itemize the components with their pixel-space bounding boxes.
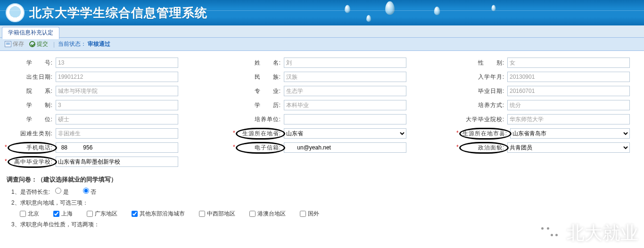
survey-section: 调查问卷：（建议选择就业的同学填写） 1、是否特长生: 是 否 2、求职意向地域… bbox=[0, 174, 644, 238]
label-grad-date: 毕业日期: bbox=[458, 87, 507, 95]
save-label: 保存 bbox=[13, 40, 24, 48]
q1-text: 1、是否特长生: bbox=[11, 189, 50, 195]
check-icon bbox=[29, 41, 35, 47]
label-train: 培养方式: bbox=[458, 101, 507, 109]
toolbar: 保存 提交 | 当前状态： 审核通过 bbox=[0, 38, 644, 51]
disk-icon bbox=[5, 41, 11, 47]
tab-student-status[interactable]: 学籍信息补充认定 bbox=[2, 27, 59, 39]
q2-opt[interactable]: 国外 bbox=[300, 210, 319, 218]
select-origin-prov[interactable]: 山东省 bbox=[284, 128, 406, 139]
label-gender: 性 别: bbox=[458, 59, 507, 67]
survey-q2: 2、求职意向地域，可选三项： bbox=[11, 199, 637, 207]
tab-bar: 学籍信息补充认定 bbox=[0, 25, 644, 38]
input-highschool[interactable] bbox=[56, 157, 178, 167]
checkbox-guangdong[interactable] bbox=[87, 211, 93, 217]
app-header: 北京大学学生综合信息管理系统 bbox=[0, 0, 644, 25]
checkbox-abroad[interactable] bbox=[300, 211, 306, 217]
submit-button[interactable]: 提交 bbox=[27, 40, 50, 49]
decor-droplet bbox=[366, 15, 371, 22]
q2-text: 2、求职意向地域，可选三项： bbox=[11, 199, 88, 206]
q2-options: 北京 上海 广东地区 其他东部沿海城市 中西部地区 港澳台地区 国外 bbox=[20, 210, 637, 218]
submit-label: 提交 bbox=[37, 40, 48, 48]
input-edu bbox=[284, 100, 406, 110]
input-email[interactable] bbox=[284, 142, 406, 153]
label-college: 院 系: bbox=[7, 87, 56, 95]
select-origin-city[interactable]: 山东省青岛市 bbox=[510, 128, 630, 139]
input-system bbox=[56, 100, 178, 110]
label-ethnic: 民 族: bbox=[235, 73, 284, 81]
q2-opt[interactable]: 中西部地区 bbox=[199, 210, 235, 218]
input-college bbox=[56, 86, 178, 96]
input-degree bbox=[56, 114, 178, 124]
decor-droplet bbox=[385, 1, 395, 15]
survey-q1: 1、是否特长生: 是 否 bbox=[11, 188, 637, 196]
decor-droplet bbox=[492, 5, 496, 11]
q2-opt[interactable]: 广东地区 bbox=[87, 210, 117, 218]
survey-title: 调查问卷：（建议选择就业的同学填写） bbox=[7, 175, 637, 184]
input-grad-date bbox=[507, 86, 630, 96]
label-system: 学 制: bbox=[7, 101, 56, 109]
label-hardship: 困难生类别: bbox=[7, 130, 56, 138]
input-hardship bbox=[56, 128, 178, 139]
label-enroll: 入学年月: bbox=[458, 73, 507, 81]
label-birth: 出生日期: bbox=[7, 73, 56, 81]
save-button[interactable]: 保存 bbox=[3, 40, 26, 49]
survey-q3: 3、求职意向单位性质，可选两项： bbox=[11, 221, 637, 229]
label-phone: 手机电话: bbox=[7, 144, 56, 152]
input-birth bbox=[56, 72, 178, 82]
label-student-id: 学 号: bbox=[7, 59, 56, 67]
q3-text: 3、求职意向单位性质，可选两项： bbox=[11, 221, 99, 228]
decor-droplet bbox=[345, 5, 350, 13]
checkbox-beijing[interactable] bbox=[20, 211, 26, 217]
q2-opt[interactable]: 北京 bbox=[20, 210, 39, 218]
label-origin-city: 生源所在地市县: bbox=[458, 130, 510, 138]
q2-opt[interactable]: 港澳台地区 bbox=[249, 210, 286, 218]
input-student-id bbox=[56, 58, 178, 68]
toolbar-separator: | bbox=[51, 41, 57, 48]
checkbox-shanghai[interactable] bbox=[53, 211, 59, 217]
label-origin-prov: 生源所在地省: bbox=[235, 130, 284, 138]
checkbox-midwest[interactable] bbox=[199, 211, 205, 217]
label-train-unit: 培养单位: bbox=[235, 116, 284, 124]
label-major: 专 业: bbox=[235, 87, 284, 95]
q1-opt-yes[interactable]: 是 bbox=[55, 188, 68, 196]
radio-no[interactable] bbox=[83, 188, 89, 194]
label-highschool: 高中毕业学校: bbox=[7, 158, 56, 166]
radio-yes[interactable] bbox=[55, 188, 61, 194]
select-politics[interactable]: 共青团员 bbox=[507, 142, 630, 153]
input-major bbox=[284, 86, 406, 96]
app-title: 北京大学学生综合信息管理系统 bbox=[29, 5, 207, 21]
status-value: 审核通过 bbox=[88, 40, 110, 48]
logo-icon bbox=[6, 3, 25, 22]
label-edu: 学 历: bbox=[235, 101, 284, 109]
q2-opt[interactable]: 其他东部沿海城市 bbox=[132, 210, 185, 218]
input-train bbox=[507, 100, 630, 110]
decor-droplet bbox=[434, 7, 440, 15]
label-politics: 政治面貌: bbox=[458, 144, 507, 152]
input-name bbox=[284, 58, 406, 68]
q2-opt[interactable]: 上海 bbox=[53, 210, 73, 218]
checkbox-hkmotw[interactable] bbox=[249, 211, 256, 217]
label-ug-school: 大学毕业院校: bbox=[458, 116, 507, 124]
input-train-unit bbox=[284, 114, 406, 124]
label-email: 电子信箱: bbox=[235, 144, 284, 152]
input-enroll bbox=[507, 72, 630, 82]
label-name: 姓 名: bbox=[235, 59, 284, 67]
input-phone[interactable] bbox=[56, 142, 178, 153]
label-degree: 学 位: bbox=[7, 116, 56, 124]
student-form: 学 号: 姓 名: 性 别: 出生日期: 民 族: 入学年月: 院 系: 专 业… bbox=[0, 51, 644, 174]
checkbox-east-coast[interactable] bbox=[132, 211, 138, 217]
status-label: 当前状态： bbox=[58, 40, 86, 48]
input-ug-school bbox=[507, 114, 630, 124]
q1-opt-no[interactable]: 否 bbox=[83, 188, 96, 196]
input-gender bbox=[507, 58, 630, 68]
input-ethnic bbox=[284, 72, 406, 82]
